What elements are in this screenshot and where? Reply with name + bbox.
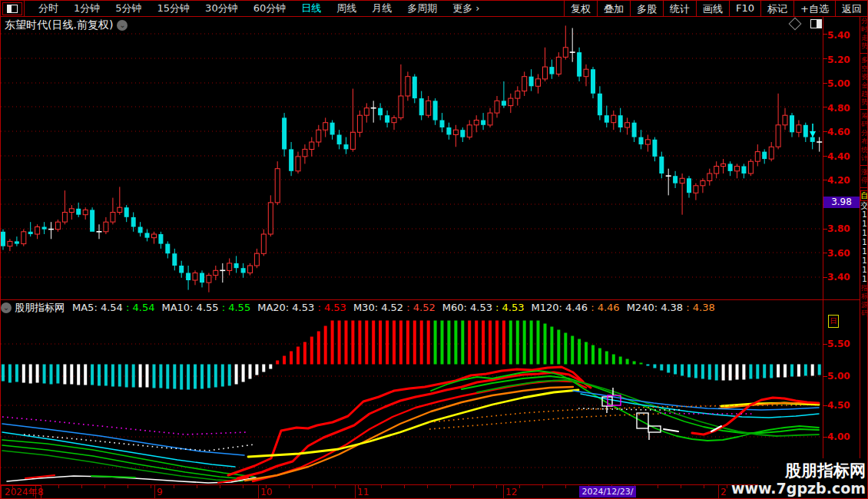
panel-axis-label: 4.00 [827, 431, 858, 442]
strip-count[interactable]: 1 [862, 238, 866, 247]
split-pane-icon[interactable] [810, 19, 822, 28]
strip-section-2-char[interactable]: 统 [861, 146, 868, 154]
strip-count[interactable]: 1 [862, 220, 866, 229]
strip-section-1-char[interactable]: 空 [861, 64, 868, 73]
period-tab-60分钟[interactable]: 60分钟 [246, 0, 294, 17]
top-toolbar: 分时1分钟5分钟15分钟30分钟60分钟日线周线月线多周期更多 › 复权叠加多股… [1, 1, 868, 17]
strip-section-1-char[interactable]: 势 [861, 98, 868, 107]
strip-tail-char[interactable]: 源 [861, 301, 868, 309]
strip-section-2-char[interactable]: 码 [861, 121, 868, 129]
title-dropdown-icon[interactable]: ⌄ [117, 20, 128, 31]
toolbar-button-叠加[interactable]: 叠加 [597, 1, 630, 17]
period-tab-15分钟[interactable]: 15分钟 [150, 0, 198, 17]
ma-item: M120: 4.46 : 4.46 [532, 302, 620, 313]
period-tab-1分钟[interactable]: 1分钟 [66, 0, 108, 17]
price-axis-label: 3.60 [827, 248, 858, 259]
timeline-tick [427, 485, 428, 488]
strip-section-0-char[interactable]: 势 [861, 42, 868, 51]
timeline-tick [58, 485, 59, 488]
period-tab-月线[interactable]: 月线 [364, 0, 399, 17]
strip-section-0-char[interactable]: 时 [861, 25, 868, 34]
strip-tail-char[interactable]: 标 [861, 292, 868, 301]
diamond-marker-icon[interactable] [789, 18, 802, 31]
strip-section-1-char[interactable]: 多 [861, 56, 868, 64]
timeline-month-label: 9 [157, 487, 163, 497]
axis-tick [823, 437, 827, 438]
main-candlestick-chart[interactable] [1, 17, 823, 300]
strip-tail-char[interactable]: 码 [861, 309, 868, 318]
toolbar-button-F10[interactable]: F10 [729, 1, 760, 17]
strip-count[interactable]: 1 [862, 210, 866, 220]
ma-item: M240: 4.38 : 4.38 [627, 302, 715, 313]
axis-tick [823, 277, 827, 278]
toolbar-button-画线[interactable]: 画线 [696, 1, 729, 17]
toolbar-button-统计[interactable]: 统计 [663, 1, 696, 17]
toolbar-button-复权[interactable]: 复权 [564, 1, 597, 17]
timeline-month-label: 8 [38, 487, 44, 497]
strip-section-1-char[interactable]: 趋 [861, 90, 868, 98]
indicator-dropdown-icon[interactable]: ⌄ [1, 302, 12, 313]
strip-section-1-char[interactable]: 金 [861, 81, 868, 90]
timeline-month-label: 2 [721, 487, 727, 497]
strip-count[interactable]: 1 [862, 229, 866, 238]
toolbar-button-+自选[interactable]: +自选 [793, 1, 835, 17]
price-axis-label: 4.40 [827, 151, 858, 162]
strip-section-2-char[interactable]: 筹 [861, 112, 868, 121]
axis-tick [823, 405, 827, 406]
ma-item: MA10: 4.55 : 4.55 [161, 302, 250, 313]
right-sidebar-strip[interactable]: 分时走势多空资金趋势筹码分布统计涨停自交11111111指标源码 [860, 17, 868, 499]
period-tab-周线[interactable]: 周线 [329, 0, 364, 17]
period-tab-分时[interactable]: 分时 [31, 0, 66, 17]
axis-tick [823, 107, 827, 107]
strip-section-2-char[interactable]: 计 [861, 154, 868, 163]
month-separator [154, 485, 155, 499]
strip-section-0-char[interactable]: 走 [861, 34, 868, 42]
strip-count[interactable]: 1 [862, 247, 866, 256]
strip-section-0-char[interactable]: 分 [861, 17, 868, 25]
tdx-window: 分时1分钟5分钟15分钟30分钟60分钟日线周线月线多周期更多 › 复权叠加多股… [0, 0, 868, 499]
strip-section-2-char[interactable]: 布 [861, 137, 868, 146]
month-separator [355, 485, 356, 499]
strip-tail-char[interactable]: 指 [861, 284, 868, 292]
watermark-url: www.7gpzb.com [731, 480, 866, 497]
strip-separator [860, 53, 868, 54]
strip-count[interactable]: 1 [862, 256, 866, 266]
ma-values: MA5: 4.54 : 4.54MA10: 4.55 : 4.55MA20: 4… [72, 302, 722, 313]
panel-axis-corner-icon[interactable]: 日 [828, 315, 839, 328]
month-separator [258, 485, 259, 499]
date-axis[interactable]: 2024年8910111222024/12/23/一 [1, 484, 823, 499]
period-tab-30分钟[interactable]: 30分钟 [197, 0, 246, 17]
timeline-tick [704, 485, 704, 488]
strip-count[interactable]: 1 [862, 266, 866, 275]
toolbar-button-多股[interactable]: 多股 [630, 1, 663, 17]
toolbar-divider [24, 1, 25, 17]
strip-count[interactable]: 1 [862, 275, 866, 284]
timeline-tick [174, 485, 174, 488]
timeline-tick [727, 485, 727, 488]
timeline-tick [128, 485, 128, 488]
timeline-month-label: 11 [357, 487, 369, 497]
timeline-tick [151, 485, 151, 488]
strip-section-3-char[interactable]: 停 [861, 177, 868, 185]
strip-section-1-char[interactable]: 资 [861, 73, 868, 81]
price-axis-label: 3.80 [827, 223, 858, 234]
strip-trade-tab[interactable]: 交 [861, 201, 868, 210]
toolbar-button-标记[interactable]: 标记 [760, 1, 793, 17]
app-window-icon[interactable] [2, 2, 22, 15]
strip-section-2-char[interactable]: 分 [861, 129, 868, 137]
indicator-name[interactable]: 股朋指标网 [15, 301, 65, 314]
strip-favorites-tab[interactable]: 自 [860, 190, 868, 201]
timeline-tick [565, 485, 566, 488]
price-axis-label: 5.00 [827, 78, 858, 89]
axis-tick [823, 156, 827, 157]
period-tab-多周期[interactable]: 多周期 [399, 0, 445, 17]
period-tab-5分钟[interactable]: 5分钟 [108, 0, 149, 17]
period-tab-日线[interactable]: 日线 [293, 0, 329, 17]
strip-section-3-char[interactable]: 涨 [861, 168, 868, 177]
period-tab-更多 ›[interactable]: 更多 › [445, 0, 487, 17]
timeline-tick [220, 485, 220, 488]
toolbar-button-返回[interactable]: 返回 [835, 1, 868, 17]
watermark: 股朋指标网 www.7gpzb.com [758, 458, 868, 499]
month-separator [503, 485, 504, 499]
indicator-panel-chart[interactable] [1, 314, 823, 484]
